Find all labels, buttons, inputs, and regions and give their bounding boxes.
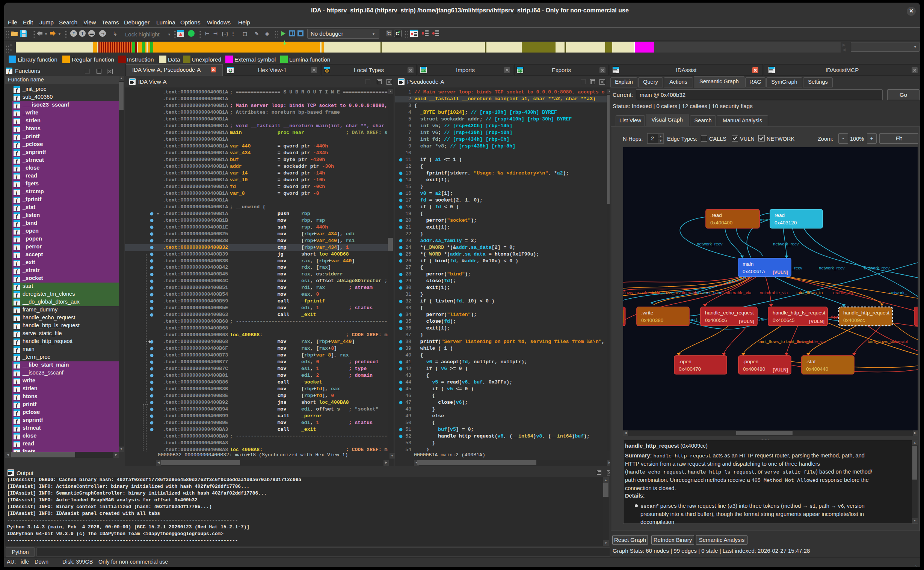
svg-text:taint_flows_to: taint_flows_to bbox=[758, 339, 785, 344]
svg-text:.popen: .popen bbox=[743, 359, 758, 365]
svg-text:vulnerable_via: vulnerable_via bbox=[760, 290, 788, 295]
svg-text:end: end bbox=[690, 317, 697, 322]
svg-text:0x4006c5: 0x4006c5 bbox=[773, 317, 795, 323]
svg-text:.write: .write bbox=[641, 310, 653, 316]
svg-text:handle_http_request: handle_http_request bbox=[843, 310, 889, 316]
svg-text:[VULN]: [VULN] bbox=[809, 319, 824, 324]
svg-text:[VULN]: [VULN] bbox=[773, 270, 788, 275]
svg-text:0x400440: 0x400440 bbox=[806, 366, 828, 372]
svg-text:handle_echo_request: handle_echo_request bbox=[705, 310, 754, 316]
svg-text:recv: recv bbox=[760, 217, 768, 222]
svg-text:_recv: _recv bbox=[792, 266, 802, 270]
svg-text:0x400b1a: 0x400b1a bbox=[743, 269, 765, 274]
svg-text:0x400400: 0x400400 bbox=[710, 220, 732, 225]
svg-text:vulnerable_via: vulnerable_via bbox=[723, 290, 752, 295]
svg-text:.read: .read bbox=[710, 212, 722, 218]
svg-text:.stat: .stat bbox=[806, 359, 816, 365]
svg-text:0x400470: 0x400470 bbox=[679, 366, 701, 372]
svg-text:vulnerabl: vulnerabl bbox=[890, 339, 908, 344]
svg-text:handle_http_ls_request: handle_http_ls_request bbox=[773, 310, 826, 316]
svg-text:0x400480: 0x400480 bbox=[743, 366, 765, 372]
svg-text:taint_flows_to: taint_flows_to bbox=[652, 290, 678, 295]
svg-text:flows_to: flows_to bbox=[623, 290, 639, 295]
svg-text:_wulnerable_via: _wulnerable_via bbox=[794, 339, 826, 344]
svg-text:network_recv: network_recv bbox=[864, 266, 890, 270]
svg-text:read: read bbox=[775, 212, 785, 218]
svg-text:network_: network_ bbox=[889, 290, 907, 295]
svg-text:[VULN]: [VULN] bbox=[773, 367, 788, 372]
svg-text:network_recv: network_recv bbox=[773, 242, 799, 246]
svg-text:taint_flows_to: taint_flows_to bbox=[796, 290, 823, 295]
svg-text:[VULN]: [VULN] bbox=[739, 319, 754, 324]
svg-text:0x400380: 0x400380 bbox=[641, 317, 663, 323]
svg-text:erable_via: erable_via bbox=[833, 290, 853, 295]
svg-text:network_recv: network_recv bbox=[697, 242, 723, 246]
svg-text:network_send: network_send bbox=[696, 290, 723, 295]
svg-text:0x403120: 0x403120 bbox=[775, 220, 797, 225]
svg-text:0x4005c6: 0x4005c6 bbox=[705, 317, 727, 323]
svg-text:main: main bbox=[743, 261, 753, 267]
svg-text:.open: .open bbox=[679, 359, 692, 365]
svg-text:0x4009cc: 0x4009cc bbox=[843, 317, 865, 323]
svg-text:network_recv: network_recv bbox=[819, 266, 845, 270]
